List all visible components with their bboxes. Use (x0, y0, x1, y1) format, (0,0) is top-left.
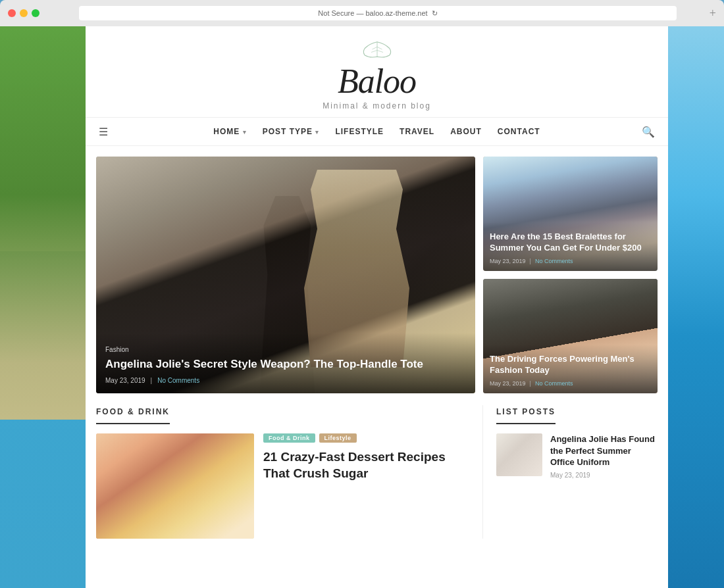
browser-content: Baloo Minimal & modern blog ☰ HOME ▾ POS… (86, 26, 668, 588)
window-chrome: Not Secure — baloo.az-theme.net ↻ + (0, 0, 724, 26)
address-bar[interactable]: Not Secure — baloo.az-theme.net ↻ (79, 6, 677, 20)
featured-main-comments[interactable]: No Comments (157, 377, 199, 384)
featured-side-posts: Here Are the 15 Best Bralettes for Summe… (483, 157, 658, 393)
svg-line-4 (371, 51, 377, 53)
food-post-title[interactable]: 21 Crazy-Fast Dessert Recipes That Crush… (263, 449, 469, 481)
maximize-button[interactable] (32, 9, 39, 17)
lower-sections: FOOD & DRINK Food & Drink Lifestyle 21 C… (86, 405, 668, 539)
svg-line-1 (377, 47, 382, 49)
tag-food-drink[interactable]: Food & Drink (263, 433, 315, 443)
list-post-1-image (496, 433, 542, 476)
search-icon[interactable]: 🔍 (642, 126, 655, 138)
chevron-down-icon: ▾ (315, 129, 319, 135)
nav-item-home[interactable]: HOME ▾ (213, 127, 246, 136)
tag-lifestyle[interactable]: Lifestyle (319, 433, 357, 443)
hamburger-menu[interactable]: ☰ (99, 126, 108, 138)
leaf-icon (86, 39, 668, 63)
featured-grid: Fashion Angelina Jolie's Secret Style We… (96, 157, 658, 393)
nav-links: HOME ▾ POST TYPE ▾ LIFESTYLE TRAVEL ABOU… (213, 127, 540, 136)
traffic-lights (8, 9, 39, 17)
reload-icon[interactable]: ↻ (432, 9, 438, 18)
list-post-1[interactable]: Angelina Jolie Has Found the Perfect Sum… (496, 433, 658, 488)
food-drink-section: FOOD & DRINK Food & Drink Lifestyle 21 C… (96, 405, 483, 539)
meta-divider: | (530, 258, 531, 264)
new-tab-button[interactable]: + (710, 7, 716, 20)
side-post-2-meta: May 23, 2019 | No Comments (490, 380, 651, 387)
side-post-1[interactable]: Here Are the 15 Best Bralettes for Summe… (483, 157, 658, 271)
featured-category: Fashion (105, 346, 466, 353)
svg-line-2 (377, 51, 383, 53)
not-secure-label: Not Secure — baloo.az-theme.net (318, 9, 427, 17)
side-post-1-overlay: Here Are the 15 Best Bralettes for Summe… (483, 222, 658, 271)
nav-link-travel[interactable]: TRAVEL (400, 127, 434, 136)
side-post-1-meta: May 23, 2019 | No Comments (490, 258, 651, 264)
meta-divider: | (530, 380, 531, 387)
main-content: Fashion Angelina Jolie's Secret Style We… (86, 146, 668, 393)
site-tagline: Minimal & modern blog (86, 101, 668, 110)
site-header: Baloo Minimal & modern blog (86, 26, 668, 118)
nav-link-home[interactable]: HOME (213, 127, 240, 136)
nav-link-contact[interactable]: CONTACT (498, 127, 540, 136)
food-post: Food & Drink Lifestyle 21 Crazy-Fast Des… (96, 433, 469, 539)
nav-item-contact[interactable]: CONTACT (498, 127, 540, 136)
food-post-image (96, 433, 254, 539)
bg-right-ocean (668, 26, 724, 588)
nav-item-lifestyle[interactable]: LIFESTYLE (335, 127, 384, 136)
food-post-tags: Food & Drink Lifestyle (263, 433, 469, 443)
side-post-2-date: May 23, 2019 (490, 380, 526, 387)
nav-link-post-type[interactable]: POST TYPE (263, 127, 313, 136)
food-section-header: FOOD & DRINK (96, 407, 170, 424)
bg-left-trees (0, 26, 86, 588)
nav-link-about[interactable]: ABOUT (450, 127, 482, 136)
list-section-header: LIST POSTS (496, 407, 556, 424)
featured-main-meta: May 23, 2019 | No Comments (105, 377, 466, 384)
close-button[interactable] (8, 9, 16, 17)
side-post-1-date: May 23, 2019 (490, 258, 526, 264)
featured-main-post[interactable]: Fashion Angelina Jolie's Secret Style We… (96, 157, 475, 393)
site-nav: ☰ HOME ▾ POST TYPE ▾ LIFESTYLE TRAVEL AB… (86, 118, 668, 146)
list-post-1-title[interactable]: Angelina Jolie Has Found the Perfect Sum… (550, 433, 658, 468)
list-posts-section: LIST POSTS Angelina Jolie Has Found the … (483, 405, 658, 539)
nav-item-post-type[interactable]: POST TYPE ▾ (263, 127, 320, 136)
nav-item-travel[interactable]: TRAVEL (400, 127, 434, 136)
featured-main-overlay: Fashion Angelina Jolie's Secret Style We… (96, 333, 475, 393)
site-logo[interactable]: Baloo (86, 64, 668, 99)
minimize-button[interactable] (20, 9, 28, 17)
nav-item-about[interactable]: ABOUT (450, 127, 482, 136)
featured-main-title[interactable]: Angelina Jolie's Secret Style Weapon? Th… (105, 357, 466, 372)
svg-line-3 (372, 47, 377, 49)
nav-link-lifestyle[interactable]: LIFESTYLE (335, 127, 384, 136)
meta-divider: | (151, 377, 153, 384)
list-post-1-date: May 23, 2019 (550, 472, 658, 479)
side-post-2-overlay: The Driving Forces Powering Men's Fashio… (483, 345, 658, 393)
side-post-2-comments[interactable]: No Comments (535, 380, 573, 387)
side-post-2[interactable]: The Driving Forces Powering Men's Fashio… (483, 279, 658, 393)
food-post-content: Food & Drink Lifestyle 21 Crazy-Fast Des… (263, 433, 469, 539)
list-post-1-content: Angelina Jolie Has Found the Perfect Sum… (550, 433, 658, 479)
side-post-1-comments[interactable]: No Comments (535, 258, 573, 264)
side-post-1-title[interactable]: Here Are the 15 Best Bralettes for Summe… (490, 232, 651, 254)
featured-main-date: May 23, 2019 (105, 377, 145, 384)
chevron-down-icon: ▾ (243, 129, 247, 135)
side-post-2-title[interactable]: The Driving Forces Powering Men's Fashio… (490, 354, 651, 376)
